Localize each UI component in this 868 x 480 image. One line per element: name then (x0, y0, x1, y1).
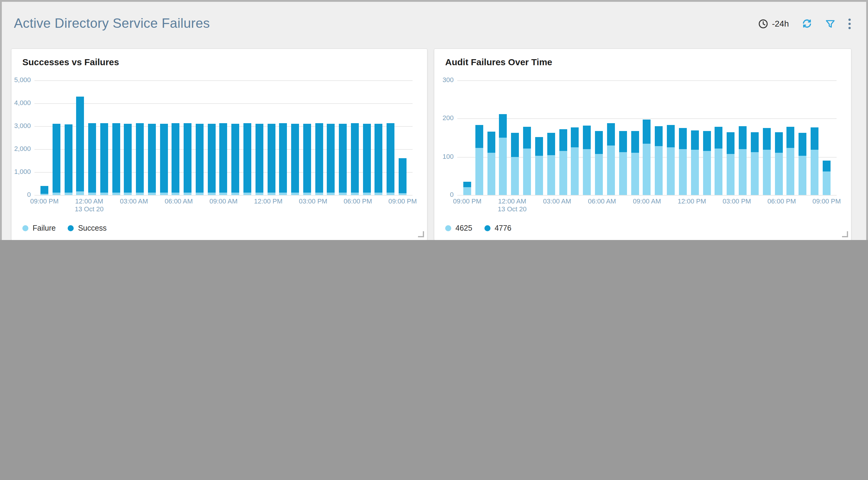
bar-segment (88, 124, 96, 193)
bar-segment (511, 157, 519, 195)
stacked-bar[interactable] (679, 128, 687, 195)
stacked-bar[interactable] (53, 124, 60, 195)
stacked-bar[interactable] (787, 127, 795, 195)
bar-segment (386, 193, 395, 195)
bar-segment (279, 124, 287, 193)
stacked-bar[interactable] (643, 119, 651, 195)
bar-segment (667, 125, 675, 147)
stacked-bar[interactable] (667, 125, 675, 195)
stacked-bar[interactable] (631, 131, 639, 195)
stacked-bar[interactable] (811, 127, 818, 195)
stacked-bar[interactable] (751, 132, 759, 195)
stacked-bar[interactable] (691, 130, 699, 195)
stacked-bar[interactable] (220, 124, 227, 195)
filter-icon[interactable] (825, 19, 835, 29)
stacked-bar[interactable] (823, 161, 831, 195)
stacked-bar[interactable] (775, 132, 782, 195)
stacked-bar[interactable] (386, 124, 395, 195)
y-tick-label: 3,000 (11, 122, 31, 129)
bar-segment (499, 138, 507, 195)
stacked-bar[interactable] (327, 124, 335, 195)
stacked-bar[interactable] (559, 129, 567, 195)
legend-item[interactable]: 4625 (445, 224, 472, 232)
stacked-bar[interactable] (243, 124, 251, 195)
bar-segment (208, 193, 215, 195)
bar-segment (243, 124, 251, 193)
bar-segment (595, 131, 603, 154)
stacked-bar[interactable] (399, 158, 406, 195)
stacked-bar[interactable] (487, 132, 495, 195)
stacked-bar[interactable] (172, 124, 180, 195)
bar-series (463, 80, 831, 195)
refresh-icon[interactable] (802, 18, 812, 29)
bar-segment (511, 133, 519, 157)
stacked-bar[interactable] (184, 124, 191, 195)
stacked-bar[interactable] (499, 114, 507, 195)
stacked-bar[interactable] (291, 124, 299, 195)
stacked-bar[interactable] (100, 124, 108, 195)
bar-segment (124, 193, 132, 195)
stacked-bar[interactable] (279, 124, 287, 195)
stacked-bar[interactable] (363, 124, 371, 195)
stacked-bar[interactable] (231, 124, 240, 195)
stacked-bar[interactable] (523, 127, 531, 195)
time-range-control[interactable]: -24h (758, 19, 789, 29)
stacked-bar[interactable] (511, 133, 519, 195)
stacked-bar[interactable] (547, 133, 555, 195)
dashboard-header: Active Directory Service Failures -24h (0, 0, 868, 47)
stacked-bar[interactable] (76, 96, 84, 195)
legend-item[interactable]: Failure (22, 224, 56, 232)
bar-segment (136, 193, 144, 195)
x-tick-label: 06:00 AM (588, 197, 616, 205)
stacked-bar[interactable] (88, 124, 96, 195)
stacked-bar[interactable] (655, 126, 663, 195)
bar-segment (363, 193, 371, 195)
stacked-bar[interactable] (267, 124, 275, 195)
stacked-bar[interactable] (40, 186, 48, 195)
bar-segment (631, 153, 639, 195)
stacked-bar[interactable] (255, 124, 264, 195)
stacked-bar[interactable] (303, 124, 311, 195)
bar-segment (303, 124, 311, 192)
stacked-bar[interactable] (315, 124, 323, 195)
bar-segment (499, 114, 507, 138)
bar-segment (619, 131, 627, 152)
panel-resize-handle[interactable] (418, 231, 424, 237)
stacked-bar[interactable] (703, 131, 711, 195)
bar-segment (40, 186, 48, 194)
stacked-bar[interactable] (535, 137, 543, 195)
stacked-bar[interactable] (583, 126, 591, 195)
stacked-bar[interactable] (595, 131, 603, 195)
stacked-bar[interactable] (763, 128, 770, 195)
stacked-bar[interactable] (339, 124, 347, 195)
stacked-bar[interactable] (619, 131, 627, 195)
stacked-bar[interactable] (475, 125, 483, 195)
kebab-menu-icon[interactable] (848, 18, 851, 29)
panel-resize-handle[interactable] (842, 231, 848, 237)
x-tick-label: 06:00 PM (768, 197, 796, 205)
legend-swatch (445, 225, 451, 231)
bar-segment (751, 152, 759, 195)
stacked-bar[interactable] (463, 182, 471, 195)
stacked-bar[interactable] (160, 124, 167, 195)
stacked-bar[interactable] (739, 126, 747, 195)
stacked-bar[interactable] (112, 124, 120, 195)
stacked-bar[interactable] (715, 127, 723, 195)
stacked-bar[interactable] (148, 124, 156, 195)
x-tick-label: 03:00 PM (299, 197, 328, 205)
stacked-bar[interactable] (607, 123, 615, 195)
stacked-bar[interactable] (351, 124, 359, 195)
stacked-bar[interactable] (64, 124, 72, 195)
stacked-bar[interactable] (375, 124, 383, 195)
stacked-bar[interactable] (208, 124, 215, 195)
bar-segment (691, 130, 699, 150)
stacked-bar[interactable] (136, 124, 144, 195)
stacked-bar[interactable] (727, 132, 735, 195)
stacked-bar[interactable] (571, 127, 579, 195)
stacked-bar[interactable] (124, 124, 132, 195)
stacked-bar[interactable] (196, 124, 204, 195)
bar-segment (291, 124, 299, 193)
legend-item[interactable]: 4776 (485, 224, 512, 232)
legend-item[interactable]: Success (68, 224, 106, 232)
stacked-bar[interactable] (799, 133, 806, 195)
